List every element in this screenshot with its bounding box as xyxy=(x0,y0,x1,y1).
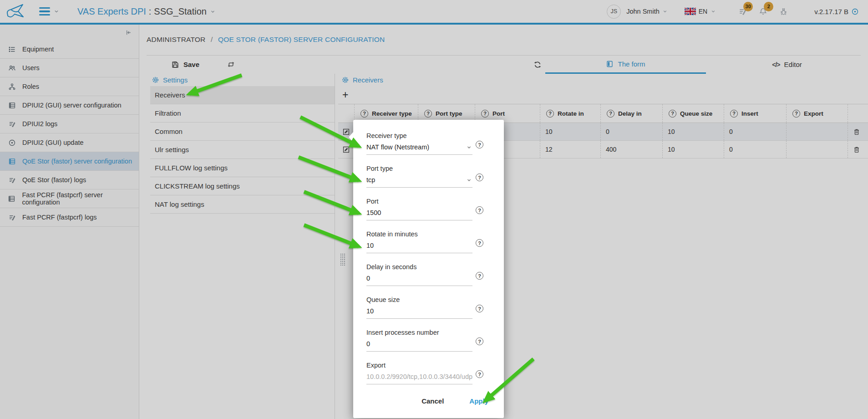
delay-seconds-input[interactable] xyxy=(366,275,472,282)
export-input[interactable] xyxy=(366,373,472,380)
chevron-down-icon xyxy=(466,177,472,184)
help-icon[interactable]: ? xyxy=(476,337,483,345)
port-type-select[interactable]: tcp xyxy=(366,176,472,188)
help-icon[interactable]: ? xyxy=(476,141,483,148)
help-icon[interactable]: ? xyxy=(476,272,483,280)
field-port-type: Port type tcp ? xyxy=(353,160,504,193)
field-delay-seconds: Delay in seconds ? xyxy=(353,259,504,291)
queue-size-input[interactable] xyxy=(366,307,472,315)
field-queue-size: Queue size ? xyxy=(353,291,504,324)
field-receiver-type: Receiver type NAT flow (Netstream) ? xyxy=(353,128,504,160)
receiver-type-select[interactable]: NAT flow (Netstream) xyxy=(366,143,472,155)
field-rotate-minutes: Rotate in minutes ? xyxy=(353,226,504,259)
field-insert-processes: Insert processes number ? xyxy=(353,324,504,357)
help-icon[interactable]: ? xyxy=(476,305,483,312)
insert-processes-input[interactable] xyxy=(366,340,472,347)
port-input[interactable] xyxy=(366,209,472,216)
chevron-down-icon xyxy=(466,144,472,151)
receiver-edit-popover: Receiver type NAT flow (Netstream) ? Por… xyxy=(353,120,504,418)
rotate-minutes-input[interactable] xyxy=(366,242,472,249)
help-icon[interactable]: ? xyxy=(476,239,483,247)
help-icon[interactable]: ? xyxy=(476,370,483,378)
field-port: Port ? xyxy=(353,193,504,226)
help-icon[interactable]: ? xyxy=(476,206,483,214)
help-icon[interactable]: ? xyxy=(476,174,483,181)
field-export: Export ? xyxy=(353,357,504,390)
apply-button[interactable]: Apply xyxy=(467,397,491,405)
cancel-button[interactable]: Cancel xyxy=(419,397,447,405)
